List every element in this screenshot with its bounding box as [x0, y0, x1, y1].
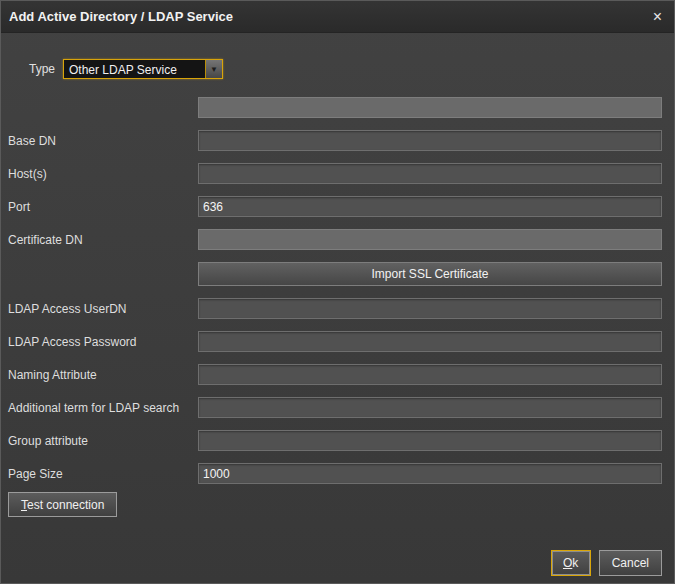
group-attribute-input[interactable] — [198, 430, 662, 451]
ldap-access-password-input[interactable] — [198, 331, 662, 352]
page-size-input[interactable] — [198, 463, 662, 484]
add-ldap-service-dialog: Add Active Directory / LDAP Service × Ty… — [0, 0, 675, 584]
group-attribute-row: Group attribute — [8, 430, 662, 451]
page-size-row: Page Size — [8, 463, 662, 484]
ldap-access-password-label: LDAP Access Password — [8, 335, 198, 349]
ldap-access-password-row: LDAP Access Password — [8, 331, 662, 352]
ldap-access-userdn-label: LDAP Access UserDN — [8, 302, 198, 316]
certificate-dn-label: Certificate DN — [8, 233, 198, 247]
page-size-label: Page Size — [8, 467, 198, 481]
ok-button[interactable]: Ok — [551, 550, 591, 576]
hosts-row: Host(s) — [8, 163, 662, 184]
hosts-input[interactable] — [198, 163, 662, 184]
ldap-access-userdn-input[interactable] — [198, 298, 662, 319]
naming-attribute-input[interactable] — [198, 364, 662, 385]
ok-accel: O — [563, 556, 572, 570]
test-connection-label: est connection — [27, 498, 104, 512]
dialog-content: Type Other LDAP Service ▼ Base DN Host(s… — [1, 59, 674, 484]
import-ssl-certificate-button[interactable]: Import SSL Certificate — [198, 262, 662, 286]
naming-attribute-label: Naming Attribute — [8, 368, 198, 382]
certificate-dn-row: Certificate DN — [8, 229, 662, 250]
hosts-label: Host(s) — [8, 167, 198, 181]
ldap-access-userdn-row: LDAP Access UserDN — [8, 298, 662, 319]
ldap-search-term-row: Additional term for LDAP search — [8, 397, 662, 418]
type-dropdown-value: Other LDAP Service — [64, 60, 205, 78]
port-label: Port — [8, 200, 198, 214]
type-dropdown[interactable]: Other LDAP Service ▼ — [63, 59, 223, 79]
import-certificate-row: Import SSL Certificate — [8, 262, 662, 286]
port-row: Port — [8, 196, 662, 217]
ldap-search-term-input[interactable] — [198, 397, 662, 418]
base-dn-row: Base DN — [8, 130, 662, 151]
type-label: Type — [29, 62, 55, 76]
naming-attribute-row: Naming Attribute — [8, 364, 662, 385]
unnamed-disabled-input — [198, 97, 662, 118]
dialog-titlebar: Add Active Directory / LDAP Service × — [1, 1, 674, 33]
type-row: Type Other LDAP Service ▼ — [29, 59, 662, 79]
dialog-footer: Ok Cancel — [551, 550, 662, 576]
dialog-title: Add Active Directory / LDAP Service — [9, 9, 233, 24]
base-dn-input[interactable] — [198, 130, 662, 151]
base-dn-label: Base DN — [8, 134, 198, 148]
group-attribute-label: Group attribute — [8, 434, 198, 448]
ok-label: k — [572, 556, 578, 570]
ldap-search-term-label: Additional term for LDAP search — [8, 401, 198, 415]
certificate-dn-input — [198, 229, 662, 250]
test-connection-button[interactable]: Test connection — [8, 492, 117, 517]
unnamed-field-row — [8, 97, 662, 118]
chevron-down-icon[interactable]: ▼ — [205, 60, 222, 78]
ldap-form: Base DN Host(s) Port Certificate DN Impo… — [8, 97, 662, 484]
port-input[interactable] — [198, 196, 662, 217]
close-icon[interactable]: × — [653, 9, 662, 25]
cancel-button[interactable]: Cancel — [599, 550, 662, 576]
